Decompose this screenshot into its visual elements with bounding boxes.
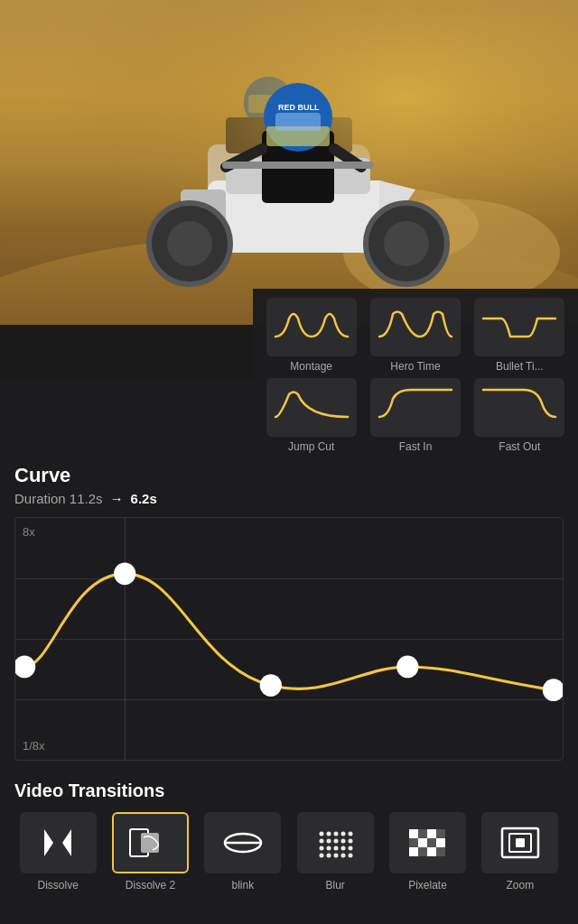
svg-rect-58 <box>436 847 445 856</box>
svg-point-35 <box>341 839 346 844</box>
svg-point-42 <box>320 854 324 858</box>
duration-original: Duration 11.2s <box>14 491 103 506</box>
svg-point-37 <box>320 846 324 851</box>
svg-point-27 <box>320 832 324 836</box>
zoom-icon <box>481 812 558 873</box>
svg-rect-51 <box>409 838 418 847</box>
speed-curves-panel: Montage Hero Time Bullet Ti... <box>253 289 578 462</box>
transition-blink[interactable]: blink <box>200 812 286 892</box>
dissolve-label: Dissolve <box>37 879 78 892</box>
svg-point-32 <box>320 839 324 844</box>
speed-max-label: 8x <box>23 525 35 539</box>
video-transitions-section: Video Transitions Dissolve <box>0 768 578 906</box>
transitions-title: Video Transitions <box>14 781 564 801</box>
blur-icon <box>297 812 374 873</box>
control-point-3 <box>260 674 282 697</box>
svg-point-38 <box>327 846 331 851</box>
svg-rect-47 <box>409 829 418 838</box>
svg-rect-49 <box>427 829 436 838</box>
control-point-5 <box>543 679 563 701</box>
curve-hero-time[interactable]: Hero Time <box>366 298 464 373</box>
curve-montage[interactable]: Montage <box>262 298 360 373</box>
dissolve2-icon <box>112 812 189 873</box>
svg-rect-52 <box>418 838 427 847</box>
zoom-label: Zoom <box>506 879 534 892</box>
svg-point-44 <box>334 854 339 858</box>
svg-marker-21 <box>44 829 53 856</box>
svg-rect-53 <box>427 838 436 847</box>
svg-point-34 <box>334 839 339 844</box>
svg-point-40 <box>341 846 346 851</box>
curve-title: Curve <box>14 464 564 487</box>
svg-marker-22 <box>62 829 71 856</box>
svg-point-39 <box>334 846 339 851</box>
svg-rect-55 <box>409 847 418 856</box>
dissolve2-label: Dissolve 2 <box>126 879 175 892</box>
curve-bullet-time[interactable]: Bullet Ti... <box>471 298 569 373</box>
transitions-row: Dissolve Dissolve 2 <box>14 812 564 892</box>
svg-point-45 <box>341 854 346 858</box>
transition-dissolve2[interactable]: Dissolve 2 <box>107 812 193 892</box>
transition-zoom[interactable]: Zoom <box>477 812 564 892</box>
transition-dissolve[interactable]: Dissolve <box>14 812 101 892</box>
svg-point-30 <box>341 832 346 836</box>
svg-rect-61 <box>516 838 525 847</box>
curve-fast-in[interactable]: Fast In <box>366 378 464 453</box>
transition-pixelate[interactable]: Pixelate <box>384 812 471 892</box>
curve-editor: Curve Duration 11.2s → 6.2s 8x 1/8x <box>0 451 578 768</box>
svg-text:RED BULL: RED BULL <box>278 103 320 112</box>
control-point-4 <box>396 656 418 679</box>
pixelate-label: Pixelate <box>408 879 447 892</box>
svg-point-31 <box>349 832 353 836</box>
svg-point-28 <box>327 832 331 836</box>
blink-label: blink <box>231 879 254 892</box>
speed-min-label: 1/8x <box>23 739 45 753</box>
blink-icon <box>204 812 281 873</box>
svg-rect-56 <box>418 847 427 856</box>
pixelate-icon <box>389 812 466 873</box>
svg-rect-48 <box>418 829 427 838</box>
svg-point-9 <box>167 221 212 266</box>
curve-canvas[interactable]: 8x 1/8x <box>14 517 564 761</box>
svg-point-43 <box>327 854 331 858</box>
svg-point-36 <box>349 839 353 844</box>
duration-new: 6.2s <box>131 491 157 506</box>
curve-duration: Duration 11.2s → 6.2s <box>14 491 564 506</box>
curve-fast-out[interactable]: Fast Out <box>471 378 569 453</box>
curve-jump-cut[interactable]: Jump Cut <box>262 378 360 453</box>
control-point-1 <box>15 656 35 679</box>
svg-point-11 <box>384 221 429 266</box>
svg-rect-54 <box>436 838 445 847</box>
transition-blur[interactable]: Blur <box>292 812 378 892</box>
svg-rect-17 <box>275 113 321 131</box>
duration-arrow: → <box>110 491 124 506</box>
svg-rect-57 <box>427 847 436 856</box>
svg-point-33 <box>327 839 331 844</box>
blur-label: Blur <box>325 879 344 892</box>
svg-point-41 <box>349 846 353 851</box>
svg-rect-50 <box>436 829 445 838</box>
scene-svg: RED BULL <box>0 0 578 325</box>
svg-point-46 <box>349 854 353 858</box>
dissolve-icon <box>20 812 97 873</box>
svg-point-29 <box>334 832 339 836</box>
video-preview: RED BULL <box>0 0 578 325</box>
